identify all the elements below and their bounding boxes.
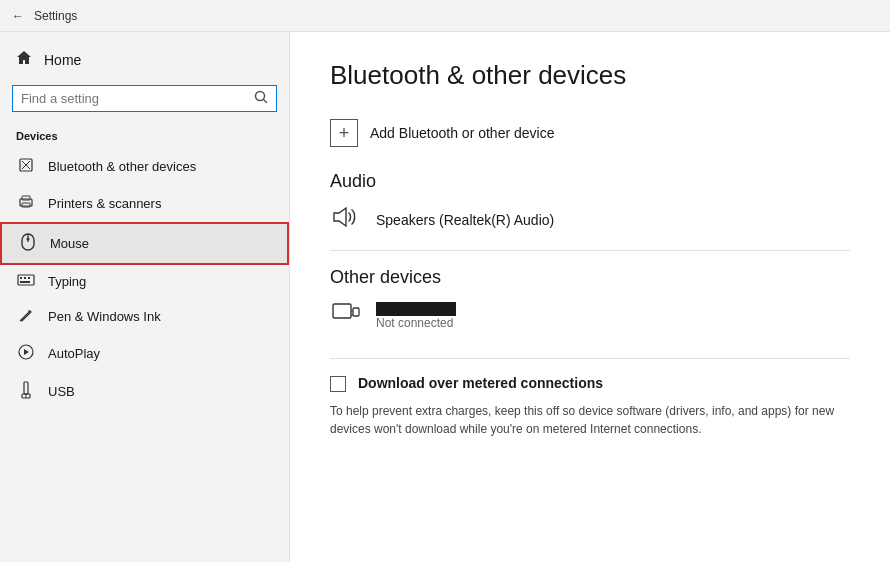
svg-marker-20 — [334, 208, 346, 226]
other-device-icon — [330, 302, 362, 330]
svg-rect-21 — [333, 304, 351, 318]
svg-line-1 — [264, 100, 268, 104]
svg-rect-17 — [24, 382, 28, 394]
typing-icon — [16, 274, 36, 289]
title-bar: ← Settings — [0, 0, 890, 32]
add-device-button[interactable]: + Add Bluetooth or other device — [330, 115, 850, 151]
content-area: Bluetooth & other devices + Add Bluetoot… — [290, 32, 890, 562]
audio-device-item: Speakers (Realtek(R) Audio) — [330, 206, 850, 234]
home-icon — [16, 50, 32, 69]
sidebar-item-usb[interactable]: USB — [0, 372, 289, 411]
svg-rect-12 — [20, 277, 22, 279]
svg-rect-13 — [24, 277, 26, 279]
download-metered-row: Download over metered connections — [330, 375, 850, 392]
sidebar-item-printers-label: Printers & scanners — [48, 196, 161, 211]
mouse-icon — [18, 233, 38, 254]
svg-point-0 — [256, 92, 265, 101]
page-title: Bluetooth & other devices — [330, 60, 850, 91]
sidebar-item-pen-label: Pen & Windows Ink — [48, 309, 161, 324]
svg-rect-22 — [353, 308, 359, 316]
back-button[interactable]: ← — [12, 9, 24, 23]
sidebar-item-autoplay[interactable]: AutoPlay — [0, 335, 289, 372]
sidebar-item-typing-label: Typing — [48, 274, 86, 289]
audio-device-name: Speakers (Realtek(R) Audio) — [376, 212, 554, 228]
search-box[interactable] — [12, 85, 277, 112]
svg-rect-11 — [18, 275, 34, 285]
usb-icon — [16, 381, 36, 402]
sidebar: Home Devices Bluetooth & o — [0, 32, 290, 562]
sidebar-item-mouse[interactable]: Mouse — [0, 222, 289, 265]
svg-rect-15 — [20, 281, 30, 283]
sidebar-item-bluetooth[interactable]: Bluetooth & other devices — [0, 148, 289, 185]
svg-point-10 — [27, 238, 30, 241]
sidebar-item-home[interactable]: Home — [0, 42, 289, 77]
download-metered-desc: To help prevent extra charges, keep this… — [330, 402, 850, 438]
svg-rect-14 — [28, 277, 30, 279]
home-label: Home — [44, 52, 81, 68]
audio-section-heading: Audio — [330, 171, 850, 192]
search-icon — [254, 90, 268, 107]
window-title: Settings — [34, 9, 77, 23]
sidebar-item-printers[interactable]: Printers & scanners — [0, 185, 289, 222]
sidebar-item-usb-label: USB — [48, 384, 75, 399]
bluetooth-icon — [16, 157, 36, 176]
download-metered-label: Download over metered connections — [358, 375, 603, 391]
sidebar-item-autoplay-label: AutoPlay — [48, 346, 100, 361]
divider-1 — [330, 250, 850, 251]
speaker-icon — [330, 206, 362, 234]
autoplay-icon — [16, 344, 36, 363]
sidebar-item-pen[interactable]: Pen & Windows Ink — [0, 298, 289, 335]
other-device-status: Not connected — [376, 316, 456, 330]
add-device-label: Add Bluetooth or other device — [370, 125, 554, 141]
sidebar-section-label: Devices — [0, 120, 289, 148]
sidebar-item-mouse-label: Mouse — [50, 236, 89, 251]
main-container: Home Devices Bluetooth & o — [0, 32, 890, 562]
pen-icon — [16, 307, 36, 326]
other-device-redacted-name — [376, 302, 456, 316]
sidebar-item-typing[interactable]: Typing — [0, 265, 289, 298]
add-device-plus-icon: + — [330, 119, 358, 147]
other-device-item: Not connected — [330, 302, 850, 330]
search-input[interactable] — [21, 91, 248, 106]
printers-icon — [16, 194, 36, 213]
download-metered-checkbox[interactable] — [330, 376, 346, 392]
divider-2 — [330, 358, 850, 359]
sidebar-item-bluetooth-label: Bluetooth & other devices — [48, 159, 196, 174]
other-devices-section-heading: Other devices — [330, 267, 850, 288]
